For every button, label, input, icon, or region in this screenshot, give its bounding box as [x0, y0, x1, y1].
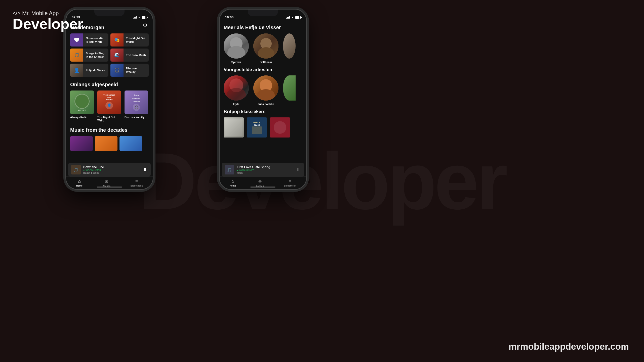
britpop-card-2[interactable]: PULP CLASS — [247, 117, 267, 138]
home-icon-left: ⌂ — [78, 179, 81, 184]
now-playing-bar-right[interactable]: 🎵 First Love / Late Spring ● WOONKAMER M… — [222, 163, 304, 176]
np-thumb-right: 🎵 — [225, 165, 234, 174]
battery-icon-right — [295, 16, 301, 19]
decades-heading: Music from the decades — [70, 127, 149, 133]
quick-label-discover: Discover Weekly — [124, 67, 149, 74]
nav-home-right[interactable]: ⌂ Home — [230, 179, 236, 187]
quick-item-eefje[interactable]: 👤 Eefje de Visser — [70, 64, 108, 77]
album-art-alvways: ALVVAYS — [70, 90, 94, 114]
signal-icon — [133, 16, 137, 19]
phone-right-frame: 10:06 ▲ Meer als Eefje de Visser — [219, 9, 307, 190]
search-icon-right: ⊕ — [258, 179, 262, 184]
meer-artists-row: Spinvis Balthazar — [224, 33, 302, 64]
quick-label-eefje: Eefje de Visser — [83, 68, 108, 72]
quick-item-nummers[interactable]: Nummers die je leuk vindt — [70, 33, 108, 47]
voorgestelde-row: Flyte Julia Jacklin — [224, 75, 302, 106]
quick-item-discover[interactable]: 🎧 Discover Weekly — [110, 64, 149, 77]
home-indicator-right — [250, 187, 275, 188]
phone-left: 09:39 ▲ ⚙ Goedemorgen — [65, 9, 153, 190]
quick-thumb-slowrush: 🌊 — [110, 49, 124, 62]
quick-item-might[interactable]: 🎭 This Might Get Weird — [110, 33, 149, 47]
np-artist-right: Mitski — [237, 171, 294, 174]
nav-search-left[interactable]: ⊕ Zoeken — [102, 179, 110, 187]
np-title-left: Down the Line — [83, 165, 140, 169]
artist-avatar-julia — [253, 75, 278, 101]
album-art-might: THIS MIGHT GET WEIRD 👤 — [97, 90, 121, 114]
np-controls-left: ⏸ — [143, 167, 148, 172]
status-icons-left: ▲ — [133, 16, 147, 19]
wifi-icon: ▲ — [138, 16, 141, 19]
decade-card-1[interactable] — [70, 136, 93, 151]
britpop-card-1[interactable] — [224, 117, 244, 138]
nav-library-left[interactable]: ≡ Bibliotheek — [131, 179, 143, 187]
britpop-heading: Britpop klassiekers — [224, 109, 302, 114]
np-badge-left: WOONKAMER — [86, 169, 101, 171]
quick-label-might: This Might Get Weird — [124, 36, 149, 44]
np-thumb-left: 🎵 — [71, 165, 81, 174]
nav-library-right[interactable]: ≡ Bibliotheek — [284, 179, 296, 187]
brand-container: </> Mr. Mobile App Developer — [13, 10, 83, 31]
nav-home-left[interactable]: ⌂ Home — [76, 179, 83, 187]
album-art-discover: Jouw Discover Weekly 🎧 — [125, 90, 148, 114]
settings-icon[interactable]: ⚙ — [142, 22, 149, 29]
screen-content-right: Meer als Eefje de Visser Spinvis — [220, 21, 306, 164]
phone-right: 10:06 ▲ Meer als Eefje de Visser — [219, 9, 307, 190]
nav-search-right[interactable]: ⊕ Zoeken — [256, 179, 264, 187]
artist-name-balthazar: Balthazar — [260, 61, 272, 64]
album-card-discover[interactable]: Jouw Discover Weekly 🎧 Discover Weekly — [125, 90, 148, 122]
website-label: mrmobileappdeveloper.com — [509, 341, 629, 352]
britpop-card-3[interactable] — [270, 117, 290, 138]
status-icons-right: ▲ — [286, 16, 301, 19]
phone-notch-left — [94, 10, 125, 16]
album-card-alvways[interactable]: ALVVAYS Alvvays Radio — [70, 90, 94, 122]
artist-avatar-balthazar — [253, 33, 278, 59]
artist-card-spinvis[interactable]: Spinvis — [224, 33, 249, 64]
battery-icon — [142, 16, 147, 19]
brand-title: Developer — [13, 17, 83, 31]
brand-tag: </> Mr. Mobile App — [13, 10, 83, 17]
now-playing-bar-left[interactable]: 🎵 Down the Line ● WOONKAMER Beach Fossil… — [68, 163, 151, 176]
artist-name-julia: Julia Jacklin — [258, 103, 274, 106]
artist-avatar-spinvis — [224, 33, 249, 59]
quick-thumb-might: 🎭 — [110, 33, 124, 47]
quick-item-slowrush[interactable]: 🌊 The Slow Rush — [110, 49, 149, 62]
nav-home-label-left: Home — [76, 185, 83, 187]
album-title-alvways: Alvvays Radio — [70, 116, 94, 119]
phone-screen-right: 10:06 ▲ Meer als Eefje de Visser — [220, 10, 306, 189]
artist-card-flyte[interactable]: Flyte — [224, 75, 249, 106]
decades-row — [70, 136, 149, 151]
phone-screen-left: 09:39 ▲ ⚙ Goedemorgen — [66, 10, 153, 189]
pause-button-left[interactable]: ⏸ — [143, 167, 148, 172]
np-info-right: First Love / Late Spring ● WOONKAMER Mit… — [237, 165, 294, 174]
np-artist-left: Beach Fossils — [83, 171, 140, 174]
artist-avatar-flyte — [224, 75, 249, 101]
decade-card-2[interactable] — [95, 136, 117, 151]
library-icon-right: ≡ — [289, 179, 292, 184]
search-icon-left: ⊕ — [105, 179, 108, 184]
quick-grid: Nummers die je leuk vindt 🎭 This Might G… — [70, 33, 149, 77]
album-card-might[interactable]: THIS MIGHT GET WEIRD 👤 This Might Get We… — [97, 90, 121, 122]
quick-thumb-discover: 🎧 — [110, 64, 124, 77]
phone-notch-right — [248, 10, 278, 16]
home-indicator-left — [97, 187, 122, 188]
pause-button-right[interactable]: ⏸ — [296, 167, 301, 172]
watermark-text: Developer — [139, 135, 505, 227]
quick-item-songs[interactable]: 🎵 Songs to Sing in the Shower — [70, 49, 108, 62]
time-right: 10:06 — [225, 15, 233, 19]
meer-heading: Meer als Eefje de Visser — [224, 25, 302, 30]
album-title-might: This Might Get Weird — [97, 116, 121, 122]
signal-icon-right — [286, 16, 290, 19]
artist-card-julia[interactable]: Julia Jacklin — [253, 75, 278, 106]
recently-played-row: ALVVAYS Alvvays Radio THIS MIGHT GET — [70, 90, 149, 122]
home-icon-right: ⌂ — [231, 179, 234, 184]
quick-label-nummers: Nummers die je leuk vindt — [83, 36, 108, 44]
quick-thumb-nummers — [70, 33, 83, 47]
artist-card-balthazar[interactable]: Balthazar — [253, 33, 278, 64]
decade-card-3[interactable] — [119, 136, 142, 151]
nav-library-label-left: Bibliotheek — [131, 185, 143, 187]
artist-name-flyte: Flyte — [233, 103, 239, 106]
np-controls-right: ⏸ — [296, 167, 301, 172]
wifi-icon-right: ▲ — [291, 16, 294, 19]
recently-played-heading: Onlangs afgespeeld — [70, 82, 149, 87]
quick-thumb-songs: 🎵 — [70, 49, 83, 62]
